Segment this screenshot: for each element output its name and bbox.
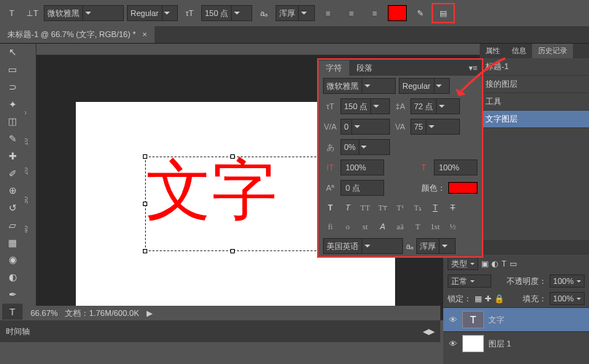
underline-button[interactable]: T [428,201,442,214]
wand-tool[interactable]: ✦ [2,96,23,112]
subscript-button[interactable]: T₁ [410,201,425,214]
history-item-2[interactable]: 工具 [480,93,589,111]
close-tab-icon[interactable]: × [142,30,147,39]
handle-n[interactable] [230,154,235,159]
layer-thumbnail-text: T [462,311,484,328]
timeline-prev-icon[interactable]: ◀ [423,327,429,336]
type-tool[interactable]: T [2,304,23,320]
fractions-button[interactable]: T [410,220,425,233]
lasso-tool[interactable]: ⊃ [2,79,23,95]
filter-icon-4[interactable]: ▭ [510,259,517,269]
align-right-button[interactable]: ≡ [364,4,385,22]
align-center-button[interactable]: ≡ [341,4,362,22]
history-tab[interactable]: 历史记录 [532,44,573,58]
filter-icon-3[interactable]: T [502,259,507,268]
handle-nw[interactable] [143,154,147,159]
lock-pixels-icon[interactable]: ▦ [475,294,482,304]
crop-tool[interactable]: ◫ [2,114,23,130]
marquee-tool[interactable]: ▭ [2,62,23,78]
text-color-swatch[interactable] [388,5,407,21]
layer-name-2[interactable]: 图层 1 [488,339,511,349]
char-language-dropdown[interactable]: 美国英语 [323,238,403,254]
italic-button[interactable]: T [340,201,355,214]
char-size-input[interactable]: 150 点 [340,98,390,114]
lock-all-icon[interactable]: 🔒 [494,294,504,304]
history-item-3[interactable]: 文字图层 [480,111,589,128]
zoom-value[interactable]: 66.67% [31,309,58,317]
character-panel-toggle[interactable]: ▤ [433,4,453,22]
char-weight-dropdown[interactable]: Regular [399,78,450,94]
lock-position-icon[interactable]: ✚ [485,294,491,304]
status-arrow-icon[interactable]: ▶ [147,309,152,318]
char-tracking-input[interactable]: 75 [410,119,460,135]
stylistic-button[interactable]: st [358,220,372,233]
halfwidth-button[interactable]: ½ [445,220,460,233]
opacity-input[interactable]: 100% [550,274,585,288]
char-vscale-input[interactable]: 100% [340,159,384,175]
dodge-tool[interactable]: ◐ [2,269,23,285]
tsume-icon: あ [323,142,338,153]
pen-tool[interactable]: ✒ [2,287,23,303]
char-color-swatch[interactable] [448,182,477,194]
text-bounding-box[interactable]: 文字 [145,157,320,251]
eyedropper-tool[interactable]: ✎ [2,131,23,147]
char-leading-input[interactable]: 72 点 [410,98,460,114]
char-font-dropdown[interactable]: 微软雅黑 [323,78,396,94]
opacity-label: 不透明度： [507,276,547,287]
antialias-value: 浑厚 [279,8,295,19]
layer-filter-dropdown[interactable]: 类型 [448,257,478,270]
panel-menu-icon[interactable]: ▾≡ [464,61,482,75]
brush-tool[interactable]: ✐ [2,165,23,181]
character-tab[interactable]: 字符 [319,60,349,76]
visibility-icon[interactable]: 👁 [448,339,458,349]
text-orientation-icon[interactable]: ⊥T [23,4,41,22]
history-brush-tool[interactable]: ↺ [2,200,23,216]
warp-text-button[interactable]: ✎ [410,4,430,22]
strike-button[interactable]: T [445,201,460,214]
titling-button[interactable]: aā [393,220,407,233]
ordinal-button[interactable]: o [340,220,355,233]
font-size-dropdown[interactable]: 150 点 [201,5,252,21]
superscript-button[interactable]: T¹ [393,201,407,214]
filter-icon-2[interactable]: ◐ [491,259,499,269]
char-aa-dropdown[interactable]: 浑厚 [416,238,456,254]
blend-mode-dropdown[interactable]: 正常 [448,274,491,288]
allcaps-button[interactable]: TT [358,201,372,214]
char-hscale-input[interactable]: 100% [434,159,477,175]
healing-tool[interactable]: ✚ [2,149,23,165]
blur-tool[interactable]: ◉ [2,252,23,268]
filter-icon-1[interactable]: ▣ [481,259,488,269]
timeline-next-icon[interactable]: ▶ [429,327,434,336]
canvas-text[interactable]: 文字 [146,157,319,223]
layer-name-1[interactable]: 文字 [488,314,504,325]
handle-sw[interactable] [143,249,147,253]
font-family-dropdown[interactable]: 微软雅黑 [44,5,124,21]
swash-button[interactable]: A [375,220,390,233]
layer-1[interactable]: 👁 图层 1 [443,331,589,355]
align-left-button[interactable]: ≡ [318,4,338,22]
info-tab[interactable]: 信息 [506,44,532,58]
fi-lig-button[interactable]: fi [323,220,338,233]
antialias-dropdown[interactable]: 浑厚 [276,5,315,21]
char-kerning-input[interactable]: 0 [340,119,390,135]
paragraph-tab[interactable]: 段落 [349,60,380,76]
move-tool[interactable]: ↖ [2,44,23,60]
fill-input[interactable]: 100% [550,292,585,305]
stamp-tool[interactable]: ⊕ [2,183,23,199]
eraser-tool[interactable]: ▱ [2,218,23,234]
document-tab[interactable]: 未标题-1 @ 66.7% (文字, RGB/16) * × [0,26,155,43]
visibility-icon[interactable]: 👁 [448,314,458,325]
handle-s[interactable] [230,249,235,253]
bold-button[interactable]: T [323,201,338,214]
kerning-icon: V/A [323,122,338,131]
char-baseline-input[interactable]: 0 点 [340,180,384,196]
handle-w[interactable] [143,202,147,206]
char-tsume-input[interactable]: 0% [340,139,390,155]
oldstyle-button[interactable]: 1st [428,220,442,233]
gradient-tool[interactable]: ▦ [2,234,23,250]
properties-tab[interactable]: 属性 [480,44,506,58]
layer-text[interactable]: 👁 T 文字 [443,307,589,331]
smallcaps-button[interactable]: Tᴛ [375,201,390,214]
history-item-1[interactable]: 接的图层 [480,76,589,93]
font-weight-dropdown[interactable]: Regular [127,5,178,21]
